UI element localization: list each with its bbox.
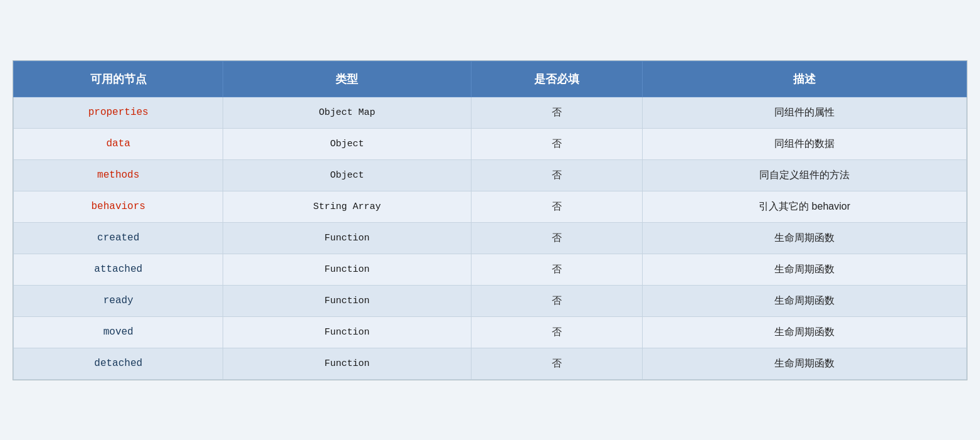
table-header-row: 可用的节点 类型 是否必填 描述 xyxy=(14,61,967,97)
cell-node-row-created: created xyxy=(14,222,223,254)
table-row: methods Object 否 同自定义组件的方法 xyxy=(14,159,967,191)
cell-node-row-properties: properties xyxy=(14,97,223,128)
cell-required-row-properties: 否 xyxy=(471,97,643,128)
cell-type-row-ready: Function xyxy=(223,285,471,316)
cell-type-row-methods: Object xyxy=(223,159,471,191)
cell-node-row-moved: moved xyxy=(14,316,223,348)
cell-required-row-moved: 否 xyxy=(471,316,643,348)
cell-desc-row-created: 生命周期函数 xyxy=(643,222,967,254)
cell-type-row-attached: Function xyxy=(223,254,471,285)
table-row: detached Function 否 生命周期函数 xyxy=(14,348,967,379)
cell-node-row-ready: ready xyxy=(14,285,223,316)
cell-node-row-detached: detached xyxy=(14,348,223,379)
table-row: attached Function 否 生命周期函数 xyxy=(14,254,967,285)
cell-desc-row-detached: 生命周期函数 xyxy=(643,348,967,379)
cell-type-row-data: Object xyxy=(223,128,471,159)
cell-desc-row-properties: 同组件的属性 xyxy=(643,97,967,128)
table-row: properties Object Map 否 同组件的属性 xyxy=(14,97,967,128)
cell-required-row-detached: 否 xyxy=(471,348,643,379)
cell-type-row-properties: Object Map xyxy=(223,97,471,128)
header-desc: 描述 xyxy=(643,61,967,97)
table-row: ready Function 否 生命周期函数 xyxy=(14,285,967,316)
cell-node-row-methods: methods xyxy=(14,159,223,191)
table-row: data Object 否 同组件的数据 xyxy=(14,128,967,159)
cell-node-row-data: data xyxy=(14,128,223,159)
header-node: 可用的节点 xyxy=(14,61,223,97)
data-table: 可用的节点 类型 是否必填 描述 properties Object Map 否… xyxy=(13,61,967,380)
cell-type-row-created: Function xyxy=(223,222,471,254)
cell-node-row-behaviors: behaviors xyxy=(14,191,223,222)
table-row: behaviors String Array 否 引入其它的 behavior xyxy=(14,191,967,222)
cell-required-row-ready: 否 xyxy=(471,285,643,316)
table-row: moved Function 否 生命周期函数 xyxy=(14,316,967,348)
table-row: created Function 否 生命周期函数 xyxy=(14,222,967,254)
cell-type-row-detached: Function xyxy=(223,348,471,379)
main-table-container: 可用的节点 类型 是否必填 描述 properties Object Map 否… xyxy=(13,60,967,380)
cell-required-row-data: 否 xyxy=(471,128,643,159)
cell-type-row-moved: Function xyxy=(223,316,471,348)
cell-required-row-methods: 否 xyxy=(471,159,643,191)
cell-type-row-behaviors: String Array xyxy=(223,191,471,222)
cell-desc-row-attached: 生命周期函数 xyxy=(643,254,967,285)
cell-required-row-attached: 否 xyxy=(471,254,643,285)
cell-desc-row-methods: 同自定义组件的方法 xyxy=(643,159,967,191)
cell-required-row-created: 否 xyxy=(471,222,643,254)
cell-desc-row-behaviors: 引入其它的 behavior xyxy=(643,191,967,222)
cell-desc-row-data: 同组件的数据 xyxy=(643,128,967,159)
cell-required-row-behaviors: 否 xyxy=(471,191,643,222)
cell-node-row-attached: attached xyxy=(14,254,223,285)
cell-desc-row-moved: 生命周期函数 xyxy=(643,316,967,348)
header-required: 是否必填 xyxy=(471,61,643,97)
header-type: 类型 xyxy=(223,61,471,97)
cell-desc-row-ready: 生命周期函数 xyxy=(643,285,967,316)
